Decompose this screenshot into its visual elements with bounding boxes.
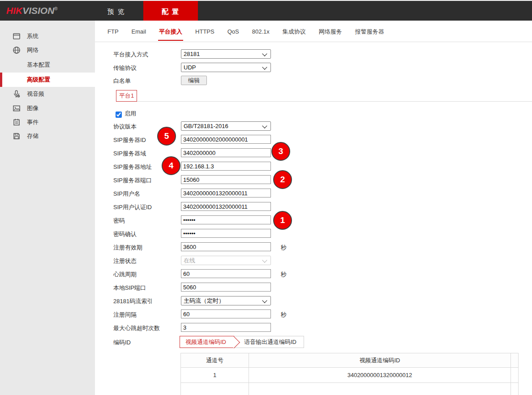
video-encode-id-header: 视频通道编码ID (249, 353, 511, 368)
chevron-down-icon (262, 258, 267, 262)
sip-auth-id-input[interactable] (181, 202, 271, 211)
registration-validity-input[interactable] (181, 242, 271, 251)
nav-tab-preview[interactable]: 预 览 (99, 1, 133, 21)
sip-server-domain-input[interactable] (181, 148, 271, 157)
channel-table: 通道号 视频通道编码ID 1 34020000001320000012 (180, 353, 519, 395)
tab-https[interactable]: HTTPS (195, 21, 215, 42)
stream-index-value: 主码流（定时） (184, 297, 224, 304)
enable-label: 启用 (124, 110, 136, 118)
transport-protocol-value: UDP (184, 64, 196, 71)
password-confirm-input[interactable] (181, 229, 271, 238)
access-mode-value: 28181 (184, 51, 200, 57)
app-window: HIKVISION® 预 览 配 置 系统 网络 基本配置 高级配置 (0, 0, 532, 395)
tab-qos[interactable]: QoS (227, 21, 239, 42)
max-heartbeat-timeout-input[interactable] (181, 323, 271, 332)
table-row[interactable] (181, 383, 519, 395)
channel-number-header: 通道号 (181, 353, 249, 368)
chevron-down-icon (262, 123, 267, 128)
access-mode-label: 平台接入方式 (113, 51, 180, 59)
tab-email[interactable]: Email (132, 21, 146, 42)
password-confirm-label: 密码确认 (113, 230, 180, 238)
stream-index-select[interactable]: 主码流（定时） (181, 296, 271, 305)
whitelist-edit-button[interactable]: 编辑 (181, 76, 207, 85)
sip-username-label: SIP用户名 (113, 190, 180, 198)
sidebar-item-label: 图像 (27, 103, 39, 114)
sip-username-input[interactable] (181, 189, 271, 198)
max-heartbeat-timeout-label: 最大心跳超时次数 (113, 324, 180, 332)
system-icon (13, 32, 21, 40)
chevron-down-icon (262, 64, 267, 69)
tab-platform-access[interactable]: 平台接入 (159, 21, 182, 42)
registration-interval-label: 注册间隔 (113, 311, 180, 319)
sidebar: 系统 网络 基本配置 高级配置 视音频 图像 (0, 21, 95, 395)
channel-number-cell (181, 383, 249, 395)
whitelist-label: 白名单 (113, 77, 180, 85)
top-bar: HIKVISION® 预 览 配 置 (0, 0, 532, 21)
tab-ftp[interactable]: FTP (107, 21, 119, 42)
sidebar-item-label: 事件 (27, 116, 39, 128)
sip-server-id-input[interactable] (181, 135, 271, 144)
sidebar-item-label: 基本配置 (27, 59, 50, 71)
logo-hik: HIK (6, 5, 22, 16)
sip-server-port-label: SIP服务器端口 (113, 176, 180, 185)
video-encode-id-cell (249, 383, 511, 395)
sidebar-item-label: 网络 (27, 44, 39, 56)
seconds-unit: 秒 (281, 244, 287, 252)
nav-tab-config[interactable]: 配 置 (143, 1, 198, 21)
access-mode-select[interactable]: 28181 (181, 49, 271, 59)
sidebar-item-system[interactable]: 系统 (0, 30, 95, 42)
chevron-down-icon (262, 51, 267, 56)
image-icon (13, 104, 21, 112)
sip-auth-id-label: SIP用户认证ID (113, 203, 180, 211)
sip-server-domain-label: SIP服务器域 (113, 150, 180, 158)
logo-registered-mark: ® (54, 6, 57, 11)
sip-server-port-input[interactable] (181, 175, 271, 184)
table-header-row: 通道号 视频通道编码ID (181, 353, 519, 368)
sidebar-item-basic-config[interactable]: 基本配置 (0, 59, 95, 71)
event-icon (13, 118, 21, 126)
sidebar-item-image[interactable]: 图像 (0, 103, 95, 114)
sidebar-item-storage[interactable]: 存储 (0, 130, 95, 142)
local-sip-port-input[interactable] (181, 283, 271, 292)
registration-interval-input[interactable] (181, 309, 271, 318)
sidebar-item-label: 高级配置 (27, 73, 50, 87)
stream-index-label: 28181码流索引 (113, 297, 180, 305)
heartbeat-period-input[interactable] (181, 269, 271, 278)
spacer-header (511, 353, 519, 368)
spacer-cell (511, 383, 519, 395)
transport-protocol-select[interactable]: UDP (181, 63, 271, 72)
platform-tab-divider (137, 101, 532, 102)
tab-network-service[interactable]: 网络服务 (319, 21, 342, 42)
sidebar-item-label: 视音频 (27, 88, 44, 100)
password-label: 密码 (113, 217, 180, 225)
password-input[interactable] (181, 215, 271, 224)
channel-number-cell: 1 (181, 368, 249, 383)
sidebar-item-network[interactable]: 网络 (0, 44, 95, 56)
settings-tab-strip: FTP Email 平台接入 HTTPS QoS 802.1x 集成协议 网络服… (95, 21, 532, 42)
sip-server-id-label: SIP服务器ID (113, 136, 180, 144)
microphone-icon (13, 90, 21, 98)
sip-server-address-label: SIP服务器地址 (113, 163, 180, 171)
tab-8021x[interactable]: 802.1x (252, 21, 270, 42)
network-globe-icon (13, 46, 21, 54)
sidebar-item-event[interactable]: 事件 (0, 116, 95, 128)
platform1-tab[interactable]: 平台1 (116, 90, 137, 102)
tab-alarm-server[interactable]: 报警服务器 (355, 21, 384, 42)
tab-integration-protocol[interactable]: 集成协议 (283, 21, 306, 42)
enable-checkbox[interactable] (116, 112, 122, 118)
encode-id-label: 编码ID (113, 339, 180, 347)
registration-status-label: 注册状态 (113, 257, 180, 265)
sidebar-item-label: 系统 (27, 30, 39, 42)
sidebar-item-advanced-config[interactable]: 高级配置 (0, 73, 95, 87)
sip-server-address-input[interactable] (181, 162, 271, 171)
protocol-version-label: 协议版本 (113, 123, 180, 131)
registration-status-value: 在线 (184, 257, 195, 264)
tab-audio-output-encode-id[interactable]: 语音输出通道编码ID (234, 336, 304, 348)
table-row[interactable]: 1 34020000001320000012 (181, 368, 519, 383)
tab-video-channel-encode-id[interactable]: 视频通道编码ID (180, 336, 234, 348)
chevron-down-icon (262, 298, 267, 303)
registration-status-select: 在线 (181, 256, 271, 265)
sidebar-item-video-audio[interactable]: 视音频 (0, 88, 95, 100)
protocol-version-select[interactable]: GB/T28181-2016 (181, 121, 271, 131)
hikvision-logo: HIKVISION® (6, 5, 58, 16)
